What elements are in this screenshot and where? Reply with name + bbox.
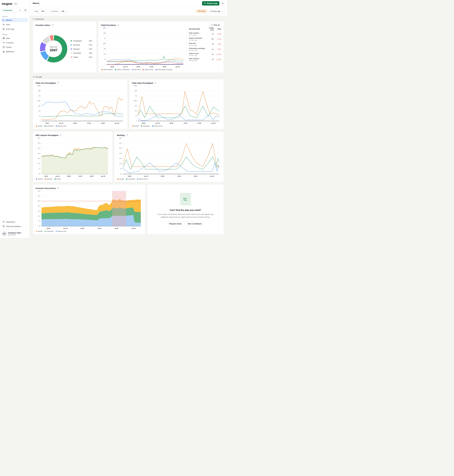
environment-filter-button[interactable] — [23, 8, 28, 13]
table-row[interactable]: Deploy notification 10 mins ago 700 0.1% — [189, 37, 221, 42]
overview-section-header[interactable]: OVERVIEW — [31, 17, 225, 21]
svg-text:1: 1 — [136, 120, 137, 122]
legend-item[interactable]: inngestbot — [45, 125, 53, 127]
legend-item[interactable]: Queued 15% — [71, 47, 92, 51]
legend-item[interactable]: inngestbot — [45, 230, 53, 232]
environment-selector[interactable]: Production — [2, 8, 22, 13]
function-status-card: Function status ? Total runs 2047 Comple… — [33, 21, 97, 73]
failed-functions-chart[interactable]: 11010010K100K1M10M100M18:00Jun 1906:0012… — [101, 27, 185, 68]
legend-item[interactable]: Ended — [54, 178, 61, 180]
sidebar-item-label: Webhooks — [6, 51, 15, 53]
time-range-selector[interactable]: 24 hours ago — [208, 9, 225, 14]
backlog-chart[interactable]: 0 K5 K10 K15 K20 K25 K30 K35 K18:00Jun 1… — [117, 137, 221, 177]
legend-item[interactable]: Cancelled 10% — [71, 51, 92, 55]
svg-text:Jun 20: Jun 20 — [115, 122, 119, 124]
svg-text:100K: 100K — [38, 100, 41, 102]
give-feedback-button[interactable]: Give us feedback — [185, 221, 204, 226]
legend-item[interactable]: Started — [36, 178, 43, 180]
legend-item[interactable]: growth — [36, 230, 43, 232]
help-icon[interactable]: ? — [117, 24, 119, 26]
svg-text:18:00: 18:00 — [128, 176, 131, 177]
sidebar-item-webhooks[interactable]: Webhooks — [1, 50, 28, 54]
settings-button[interactable] — [220, 1, 225, 6]
command-k-shortcut-badge[interactable]: ⌘ K — [13, 3, 18, 5]
svg-text:12:00: 12:00 — [150, 66, 153, 68]
volume-section-header[interactable]: VOLUME — [31, 75, 225, 79]
functions-filter[interactable]: Functions All — [49, 9, 68, 14]
sidebar-item-apps[interactable]: Apps — [1, 36, 28, 40]
legend-item[interactable]: Deploy notifications — [115, 69, 130, 70]
legend-dot — [56, 231, 57, 232]
legend-item[interactable]: inngestbot — [141, 125, 150, 127]
apps-filter-label: Apps — [33, 9, 40, 13]
svg-text:10 K: 10 K — [38, 163, 40, 164]
svg-text:100K: 100K — [103, 43, 106, 44]
svg-text:12:00: 12:00 — [177, 176, 181, 177]
failed-runs-count: 60 — [207, 53, 214, 55]
legend-item[interactable]: Running 47% — [71, 43, 92, 47]
sdk-request-chart[interactable]: 0 K5 K10 K15 K20 K25 K30 K35 K18:00Jun 1… — [36, 137, 110, 177]
legend-item[interactable]: inngestbot — [126, 178, 135, 180]
apps-filter[interactable]: Apps All — [33, 9, 48, 14]
request-charts-button[interactable]: Request charts — [167, 221, 184, 226]
legend-item[interactable]: github-pr-bot — [56, 230, 66, 232]
sidebar-item-metrics[interactable]: Metrics — [1, 18, 28, 22]
refresh-page-button[interactable]: Refresh page — [202, 1, 219, 6]
total-steps-chart[interactable]: 11010010K100K1M10M100M18:00Jun 1906:0012… — [132, 85, 221, 124]
sidebar-item-help[interactable]: Help and feedback — [1, 224, 28, 228]
sidebar-item-label: Runs — [6, 24, 10, 26]
chart-legend: growthinngestbotgithub-pr-bot — [132, 124, 221, 128]
legend-item[interactable]: Failed 10% — [71, 55, 92, 59]
top-bar: Metrics Refresh page — [30, 0, 227, 7]
svg-text:30 K: 30 K — [38, 195, 40, 197]
sidebar-item-integrations[interactable]: Integrations — [1, 220, 28, 224]
chart-legend: growthinngestbotgithub-pr-bot — [36, 230, 143, 233]
account-menu[interactable]: CN Company name User name — [1, 230, 28, 237]
svg-text:18:00: 18:00 — [163, 66, 166, 68]
legend-item[interactable]: Onboarding campaign — [156, 69, 173, 70]
help-icon[interactable]: ? — [57, 187, 59, 189]
legend-item[interactable]: github-pr-bot — [152, 125, 162, 127]
collapse-caret-icon — [33, 19, 34, 20]
legend-item[interactable]: Completed 24% — [71, 39, 92, 43]
sidebar-item-event-logs[interactable]: Event logs — [1, 27, 28, 31]
svg-text:Jun 20: Jun 20 — [210, 176, 214, 177]
table-row[interactable]: Onboarding campaign 22 mins ago 10 0.5% — [189, 47, 221, 52]
table-row[interactable]: Stripe invoice 25 mins ago 60 0.07% — [189, 52, 221, 57]
help-icon[interactable]: ? — [51, 24, 53, 26]
legend-item[interactable]: Queued — [45, 178, 52, 180]
apps-grid-icon — [3, 37, 5, 39]
delay-badge: 15m delay — [196, 9, 207, 13]
legend-item[interactable]: growth — [117, 178, 124, 180]
function-status-donut[interactable] — [38, 33, 69, 65]
table-row[interactable]: Web Analytics 5 mins ago 10 0.5% — [189, 31, 221, 37]
table-row[interactable]: New lead 20 mins ago 40 0.3% — [189, 42, 221, 47]
help-icon[interactable]: ? — [59, 134, 61, 136]
legend-item[interactable]: github-pr-bot — [137, 178, 148, 180]
help-icon[interactable]: ? — [154, 82, 156, 84]
legend-item[interactable]: growth — [36, 125, 43, 127]
svg-text:100K: 100K — [134, 100, 137, 102]
legend-item[interactable]: Stripe invoice — [143, 69, 154, 70]
filter-bar: Apps All Functions All 15m delay 24 hour… — [30, 7, 227, 16]
help-icon[interactable]: ? — [126, 134, 128, 136]
legend-item[interactable]: Web Analytics — [101, 69, 113, 70]
failed-function-time: 22 mins ago — [189, 50, 207, 51]
sidebar-item-runs[interactable]: Runs — [1, 22, 28, 27]
legend-item[interactable]: github-pr-bot — [56, 125, 66, 127]
total-runs-chart[interactable]: 11010010K100K1M10M100M18:00Jun 1906:0012… — [36, 85, 125, 124]
svg-text:10K: 10K — [38, 105, 40, 107]
sidebar-item-events[interactable]: Events — [1, 45, 28, 49]
sidebar-item-functions[interactable]: Functions — [1, 41, 28, 45]
card-title: Backlog — [117, 134, 125, 136]
legend-item[interactable]: New lead — [132, 69, 140, 70]
svg-text:18:00: 18:00 — [90, 176, 93, 177]
account-concurrency-chart[interactable]: 0 K5 K10 K15 K20 K25 K30 K35 K18:00Jun 1… — [36, 190, 143, 230]
failure-rate: 0.5% — [214, 48, 221, 50]
help-icon[interactable]: ? — [57, 82, 59, 84]
view-all-button[interactable]: View all — [210, 23, 221, 27]
failed-runs-count: 700 — [207, 38, 214, 40]
legend-dot — [45, 231, 46, 232]
table-row[interactable]: Web Analytics 35 mins ago 50 1.67% — [189, 57, 221, 62]
legend-item[interactable]: growth — [132, 125, 139, 127]
